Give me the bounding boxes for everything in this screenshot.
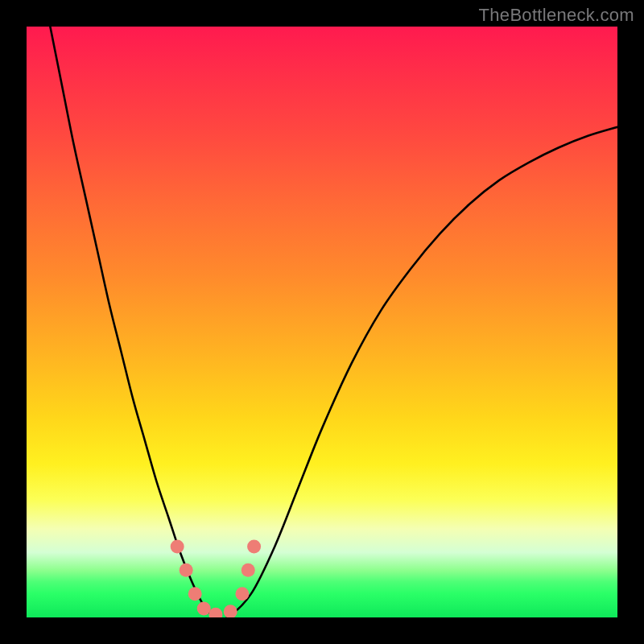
curve-marker — [235, 587, 249, 601]
curve-marker — [197, 601, 211, 615]
curve-marker — [180, 564, 193, 577]
curve-marker — [188, 587, 202, 601]
bottleneck-curve — [50, 27, 617, 617]
curve-layer — [27, 27, 617, 617]
plot-area — [27, 27, 617, 617]
curve-marker — [208, 608, 222, 617]
chart-container: TheBottleneck.com — [0, 0, 644, 644]
attribution-text: TheBottleneck.com — [479, 5, 634, 26]
marker-group — [171, 539, 261, 617]
curve-marker — [247, 539, 261, 553]
curve-marker — [171, 539, 184, 553]
curve-marker — [242, 564, 255, 577]
curve-marker — [224, 605, 237, 617]
